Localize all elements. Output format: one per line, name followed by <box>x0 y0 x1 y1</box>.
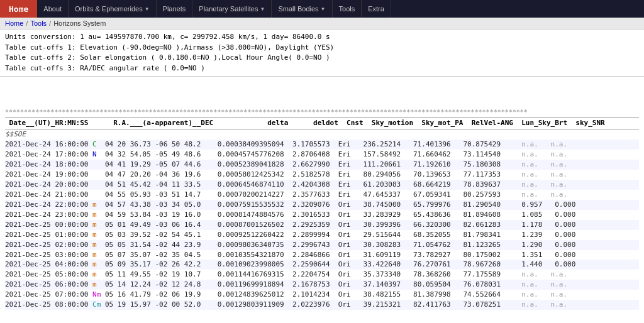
table-row: 2021-Dec-25 01:00:00 m 05 03 39.52 -02 5… <box>5 230 639 240</box>
table-row: 2021-Dec-24 23:00:00 m 04 59 53.84 -03 1… <box>5 210 639 220</box>
breadcrumb-home[interactable]: Home <box>5 19 23 27</box>
separator-line: ****************************************… <box>5 108 639 118</box>
info-line4: Table cut-offs 3: RA/DEC angular rate ( … <box>5 63 639 74</box>
table-row: 2021-Dec-24 20:00:00 04 51 45.42 -04 11 … <box>5 180 639 190</box>
top-nav: Home AboutOrbits & Ephemerides▼PlanetsPl… <box>0 0 644 18</box>
nav-item-planets[interactable]: Planets <box>157 0 193 18</box>
table-row: 2021-Dec-24 19:00:00 04 47 20.20 -04 36 … <box>5 170 639 180</box>
info-line2: Table cut-offs 1: Elevation (-90.0deg=NO… <box>5 43 639 53</box>
table-row: 2021-Dec-24 21:00:00 04 55 05.93 -03 51 … <box>5 190 639 200</box>
nav-items: AboutOrbits & Ephemerides▼PlanetsPlaneta… <box>37 0 644 18</box>
table-start-marker: $$SOE <box>5 129 639 140</box>
nav-item-planetary-satellites[interactable]: Planetary Satellites▼ <box>192 0 272 18</box>
table-row: 2021-Dec-25 03:00:00 m 05 07 35.07 -02 3… <box>5 250 639 260</box>
table-row: >.... Daylight Cut-off Requested .....< <box>5 312 639 313</box>
dropdown-arrow-icon: ▼ <box>260 6 265 12</box>
table-row: 2021-Dec-24 17:00:00 N 04 32 54.05 -05 4… <box>5 150 639 160</box>
nav-item-small-bodies[interactable]: Small Bodies▼ <box>272 0 332 18</box>
data-area[interactable]: ****************************************… <box>0 77 644 313</box>
nav-item-tools[interactable]: Tools <box>333 0 362 18</box>
table-row: 2021-Dec-24 22:00:00 m 04 57 43.38 -03 3… <box>5 200 639 210</box>
info-line1: Units conversion: 1 au= 149597870.700 km… <box>5 32 639 43</box>
dropdown-arrow-icon: ▼ <box>321 6 326 12</box>
table-row: 2021-Dec-25 08:00:00 Cm 05 19 15.97 -02 … <box>5 300 639 310</box>
table-row: 2021-Dec-24 18:00:00 04 41 19.29 -05 07 … <box>5 160 639 170</box>
table-row: 2021-Dec-25 02:00:00 m 05 05 31.54 -02 4… <box>5 240 639 250</box>
table-row: 2021-Dec-25 06:00:00 m 05 14 12.24 -02 1… <box>5 280 639 290</box>
breadcrumb-current: Horizons System <box>53 19 106 27</box>
nav-item-orbits---ephemerides[interactable]: Orbits & Ephemerides▼ <box>69 0 157 18</box>
nav-item-about[interactable]: About <box>37 0 69 18</box>
breadcrumb: Home / Tools / Horizons System <box>0 18 644 30</box>
nav-item-extra[interactable]: Extra <box>362 0 391 18</box>
table-row: 2021-Dec-25 05:00:00 m 05 11 49.55 -02 1… <box>5 270 639 280</box>
table-header: Date__(UT)_HR:MN:SS R.A.___(a-apparent)_… <box>5 117 639 129</box>
data-table: ****************************************… <box>0 77 644 313</box>
table-row: 2021-Dec-25 00:00:00 m 05 01 49.49 -03 0… <box>5 220 639 230</box>
breadcrumb-tools[interactable]: Tools <box>30 19 47 27</box>
table-row: 2021-Dec-25 07:00:00 Nm 05 16 41.79 -02 … <box>5 290 639 300</box>
table-row: 2021-Dec-24 16:00:00 C 04 20 36.73 -06 5… <box>5 140 639 150</box>
table-row: 2021-Dec-25 04:00:00 m 05 09 35.17 -02 2… <box>5 260 639 270</box>
info-line3: Table cut-offs 2: Solar elongation ( 0.0… <box>5 53 639 63</box>
nav-logo[interactable]: Home <box>0 0 37 18</box>
info-block: Units conversion: 1 au= 149597870.700 km… <box>0 30 644 77</box>
dropdown-arrow-icon: ▼ <box>145 6 150 12</box>
